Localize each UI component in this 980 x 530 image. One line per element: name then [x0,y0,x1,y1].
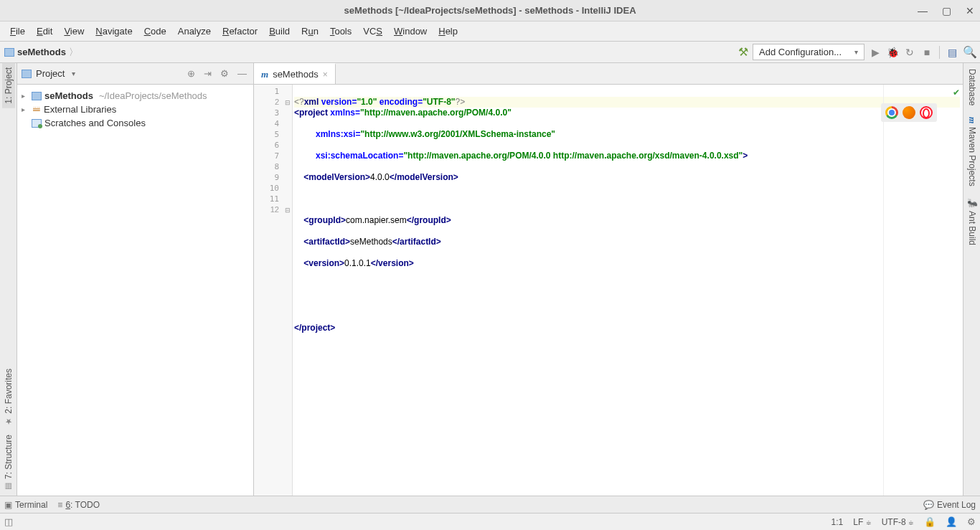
line-number: 3 [254,108,292,118]
fold-end-icon[interactable]: ⊟ [285,205,291,216]
maven-icon: m [966,117,977,123]
tool-tab-maven[interactable]: mMaven Projects [965,111,979,191]
run-config-label: Add Configuration... [759,47,842,57]
menu-analyze[interactable]: Analyze [172,23,217,39]
tool-tab-structure[interactable]: ▥7: Structure [2,430,15,496]
chevron-down-icon: ▾ [854,48,858,56]
tool-windows-icon[interactable]: ◫ [4,516,13,527]
structure-icon: ▥ [5,482,12,491]
status-caret-position[interactable]: 1:1 [831,517,844,527]
close-tab-icon[interactable]: × [323,70,328,80]
fold-icon[interactable]: ⊟ [285,98,291,108]
chevron-right-icon: 〉 [69,46,78,59]
project-name: seMethods [44,90,93,101]
menu-tools[interactable]: Tools [324,23,357,39]
editor-body[interactable]: ✔ 1 2⊟ 3 4 5 6 7 8 9 10 11 12⊟ <?xml ver… [254,85,963,496]
tool-tab-todo[interactable]: ≡6: TODO [57,500,100,510]
stop-icon[interactable]: ■ [920,47,933,58]
line-number: 7 [254,151,292,161]
minimize-button[interactable]: — [918,5,928,16]
menu-window[interactable]: Window [388,23,433,39]
window-title: seMethods [~/IdeaProjects/seMethods] - s… [344,5,636,16]
line-number: 10 [254,183,292,194]
external-libs-label: External Libraries [44,104,116,115]
menu-help[interactable]: Help [433,23,463,39]
lock-icon[interactable]: 🔒 [924,516,936,527]
scratches-label: Scratches and Consoles [44,118,146,128]
todo-icon: ≡ [57,500,62,510]
project-folder-icon [4,48,14,57]
menu-edit[interactable]: Edit [31,23,58,39]
opera-icon[interactable] [920,106,933,119]
tool-tab-terminal[interactable]: ▣Terminal [4,500,47,510]
menu-vcs[interactable]: VCS [357,23,388,39]
navigation-bar: seMethods 〉 ⚒ Add Configuration... ▾ ▶ 🐞… [0,42,980,63]
menu-code[interactable]: Code [138,23,172,39]
inspector-icon[interactable]: 👤 [946,516,957,527]
gear-icon[interactable]: ⚙ [218,68,231,79]
scratch-icon [32,119,42,128]
locate-icon[interactable]: ⊕ [185,68,197,79]
project-path: ~/IdeaProjects/seMethods [99,90,207,101]
status-line-ending[interactable]: LF ≑ [853,517,871,527]
line-number: 8 [254,161,292,172]
editor-gutter[interactable]: 1 2⊟ 3 4 5 6 7 8 9 10 11 12⊟ [254,85,293,496]
tree-external-libraries[interactable]: ▸ ⩸ External Libraries [22,103,249,116]
ant-icon: 🐜 [967,197,977,208]
menu-refactor[interactable]: Refactor [217,23,263,39]
project-tool-window: Project ▾ ⊕ ⇥ ⚙ — ▸ seMethods ~/IdeaProj… [17,63,254,496]
breadcrumb[interactable]: seMethods 〉 [4,46,78,59]
expand-arrow-icon[interactable]: ▸ [22,105,29,113]
maven-file-icon: m [261,69,268,80]
separator [939,46,940,59]
tool-tab-event-log[interactable]: 💬Event Log [923,500,976,510]
hide-icon[interactable]: — [235,68,249,79]
event-log-icon: 💬 [923,500,934,510]
run-config-dropdown[interactable]: Add Configuration... ▾ [753,44,864,60]
right-tool-rail: Database mMaven Projects 🐜Ant Build [963,63,980,496]
library-icon: ⩸ [32,104,41,115]
tree-scratches[interactable]: ▸ Scratches and Consoles [22,116,249,130]
project-view-label[interactable]: Project [36,68,65,79]
menu-file[interactable]: File [4,23,31,39]
menu-build[interactable]: Build [263,23,296,39]
tool-tab-ant[interactable]: 🐜Ant Build [966,191,979,251]
close-button[interactable]: ✕ [966,5,974,16]
tool-tab-favorites[interactable]: ★2: Favorites [2,364,15,430]
line-number: 4 [254,118,292,129]
line-number: 9 [254,172,292,183]
line-number: 11 [254,194,292,204]
title-bar: seMethods [~/IdeaProjects/seMethods] - s… [0,0,980,22]
status-encoding[interactable]: UTF-8 ≑ [882,517,914,527]
collapse-icon[interactable]: ⇥ [202,68,214,79]
expand-arrow-icon[interactable]: ▸ [22,92,29,100]
project-icon [22,70,32,78]
maximize-button[interactable]: ▢ [942,5,951,16]
chrome-icon[interactable] [885,106,898,119]
menu-navigate[interactable]: Navigate [90,23,138,39]
editor-content[interactable]: <?xml version="1.0" encoding="UTF-8"?> <… [293,85,963,496]
firefox-icon[interactable] [903,106,915,119]
menu-view[interactable]: View [58,23,90,39]
project-tree: ▸ seMethods ~/IdeaProjects/seMethods ▸ ⩸… [17,85,253,134]
build-icon[interactable]: ⚒ [738,45,748,59]
coverage-icon[interactable]: ↻ [903,47,916,58]
terminal-icon: ▣ [4,500,12,510]
tool-tab-database[interactable]: Database [966,63,979,111]
editor-tab-semethods[interactable]: m seMethods × [254,63,336,84]
run-icon[interactable]: ▶ [869,47,882,58]
tree-project-root[interactable]: ▸ seMethods ~/IdeaProjects/seMethods [22,89,249,103]
right-margin-line [883,85,884,496]
project-structure-icon[interactable]: ▤ [946,47,958,58]
search-icon[interactable]: 🔍 [963,45,976,59]
tool-tab-project[interactable]: 1: Project [2,63,15,108]
debug-icon[interactable]: 🐞 [886,47,899,58]
menu-run[interactable]: Run [296,23,324,39]
menu-bar: File Edit View Navigate Code Analyze Ref… [0,22,980,42]
editor-tabs: m seMethods × [254,63,963,85]
inspection-ok-icon[interactable]: ✔ [953,87,960,98]
line-number: 6 [254,140,292,151]
ide-settings-icon[interactable]: ⚙ [967,516,976,527]
chevron-down-icon[interactable]: ▾ [72,70,75,77]
star-icon: ★ [5,417,12,426]
